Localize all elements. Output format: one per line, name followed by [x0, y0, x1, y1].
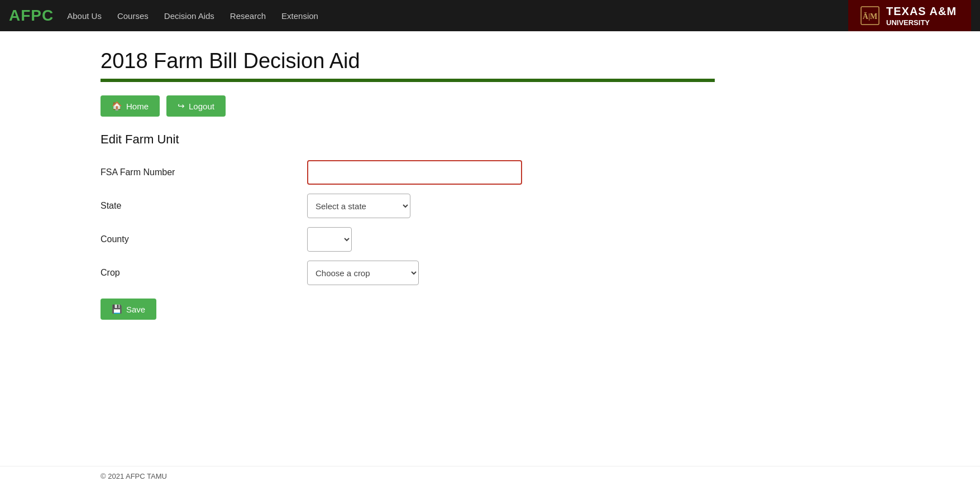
save-button[interactable]: 💾 Save [101, 299, 156, 320]
fsa-input-wrap [307, 160, 522, 185]
action-buttons: 🏠 Home ↪ Logout [101, 95, 879, 117]
nav-research[interactable]: Research [230, 11, 266, 21]
fsa-farm-number-row: FSA Farm Number [101, 160, 879, 185]
page-title: 2018 Farm Bill Decision Aid [101, 49, 879, 73]
svg-text:Ā|M: Ā|M [863, 12, 877, 21]
nav-extension[interactable]: Extension [281, 11, 318, 21]
logout-button[interactable]: ↪ Logout [166, 95, 226, 117]
main-content: 2018 Farm Bill Decision Aid 🏠 Home ↪ Log… [0, 31, 980, 466]
county-select-wrap [307, 227, 352, 252]
nav-decision-aids[interactable]: Decision Aids [164, 11, 214, 21]
state-select-wrap: Select a state [307, 194, 410, 218]
logout-icon: ↪ [178, 101, 185, 111]
crop-label: Crop [101, 268, 307, 278]
county-select[interactable] [307, 227, 352, 252]
county-row: County [101, 227, 879, 252]
navbar: AFPC About Us Courses Decision Aids Rese… [0, 0, 980, 31]
fsa-label: FSA Farm Number [101, 167, 307, 177]
nav-links: About Us Courses Decision Aids Research … [67, 11, 318, 21]
fsa-farm-number-input[interactable] [307, 160, 522, 185]
tamu-text: TEXAS A&M UNIVERSITY [886, 4, 957, 28]
crop-select-wrap: Choose a crop [307, 261, 419, 285]
home-button[interactable]: 🏠 Home [101, 95, 160, 117]
crop-select[interactable]: Choose a crop [307, 261, 419, 285]
crop-row: Crop Choose a crop [101, 261, 879, 285]
footer: © 2021 AFPC TAMU [0, 466, 980, 486]
afpc-logo: AFPC [9, 8, 54, 23]
save-icon: 💾 [112, 304, 122, 314]
home-icon: 🏠 [112, 101, 122, 111]
nav-about-us[interactable]: About Us [67, 11, 102, 21]
save-btn-row: 💾 Save [101, 299, 879, 320]
county-label: County [101, 234, 307, 244]
tamu-logo: Ā|M TEXAS A&M UNIVERSITY [848, 0, 971, 31]
nav-left: AFPC About Us Courses Decision Aids Rese… [9, 8, 318, 23]
copyright-text: © 2021 AFPC TAMU [101, 472, 167, 480]
state-row: State Select a state [101, 194, 879, 218]
nav-courses[interactable]: Courses [117, 11, 149, 21]
state-label: State [101, 201, 307, 211]
tamu-emblem: Ā|M [859, 5, 881, 26]
state-select[interactable]: Select a state [307, 194, 410, 218]
green-divider [101, 79, 715, 82]
section-title: Edit Farm Unit [101, 132, 879, 147]
